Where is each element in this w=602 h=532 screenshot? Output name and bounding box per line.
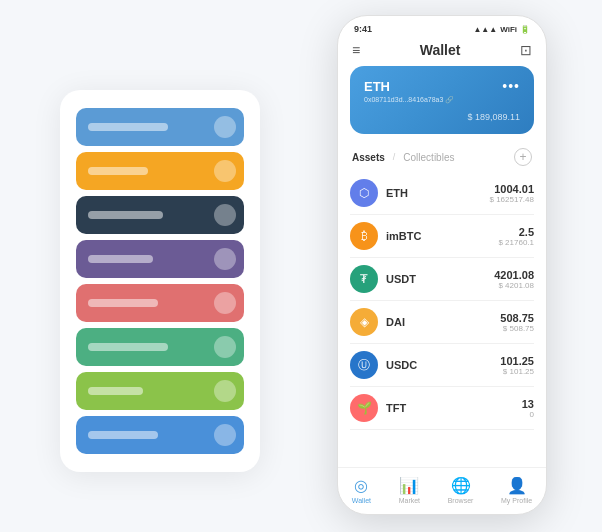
dai-values: 508.75 $ 508.75 xyxy=(500,312,534,333)
asset-row-tft[interactable]: 🌱 TFT 13 0 xyxy=(350,387,534,430)
eth-balance-label: $ 189,089.11 xyxy=(364,112,520,122)
tft-amount: 13 xyxy=(522,398,534,410)
imbtc-amount: 2.5 xyxy=(498,226,534,238)
usdc-name: USDC xyxy=(386,359,500,371)
asset-row-dai[interactable]: ◈ DAI 508.75 $ 508.75 xyxy=(350,301,534,344)
top-nav: ≡ Wallet ⊡ xyxy=(338,38,546,66)
card-item[interactable] xyxy=(76,416,244,454)
nav-wallet[interactable]: ◎ Wallet xyxy=(352,476,371,504)
profile-nav-icon: 👤 xyxy=(507,476,527,495)
eth-name: ETH xyxy=(386,187,490,199)
status-icons: ▲▲▲ WiFi 🔋 xyxy=(473,25,530,34)
eth-card-title: ETH xyxy=(364,79,390,94)
tft-usd: 0 xyxy=(522,410,534,419)
card-item[interactable] xyxy=(76,152,244,190)
card-item[interactable] xyxy=(76,328,244,366)
usdt-icon: ₮ xyxy=(350,265,378,293)
bottom-nav: ◎ Wallet 📊 Market 🌐 Browser 👤 My Profile xyxy=(338,467,546,514)
asset-row-imbtc[interactable]: ₿ imBTC 2.5 $ 21760.1 xyxy=(350,215,534,258)
imbtc-icon: ₿ xyxy=(350,222,378,250)
wallet-nav-label: Wallet xyxy=(352,497,371,504)
eth-card-menu[interactable]: ••• xyxy=(502,78,520,94)
status-time: 9:41 xyxy=(354,24,372,34)
eth-values: 1004.01 $ 162517.48 xyxy=(490,183,535,204)
card-item[interactable] xyxy=(76,108,244,146)
usdt-name: USDT xyxy=(386,273,494,285)
card-item[interactable] xyxy=(76,240,244,278)
usdc-amount: 101.25 xyxy=(500,355,534,367)
dai-icon: ◈ xyxy=(350,308,378,336)
usdc-icon: Ⓤ xyxy=(350,351,378,379)
asset-row-usdt[interactable]: ₮ USDT 4201.08 $ 4201.08 xyxy=(350,258,534,301)
wallet-nav-icon: ◎ xyxy=(354,476,368,495)
market-nav-label: Market xyxy=(399,497,420,504)
dai-amount: 508.75 xyxy=(500,312,534,324)
tab-divider: / xyxy=(393,152,396,162)
eth-card[interactable]: ETH ••• 0x08711d3d...8416a78a3 🔗 $ 189,0… xyxy=(350,66,534,134)
battery-icon: 🔋 xyxy=(520,25,530,34)
tab-assets[interactable]: Assets xyxy=(352,152,385,163)
eth-amount: 1004.01 xyxy=(490,183,535,195)
usdt-usd: $ 4201.08 xyxy=(494,281,534,290)
imbtc-values: 2.5 $ 21760.1 xyxy=(498,226,534,247)
phone-frame: 9:41 ▲▲▲ WiFi 🔋 ≡ Wallet ⊡ ETH ••• 0x087… xyxy=(337,15,547,515)
signal-icon: ▲▲▲ xyxy=(473,25,497,34)
dai-usd: $ 508.75 xyxy=(500,324,534,333)
nav-market[interactable]: 📊 Market xyxy=(399,476,420,504)
asset-row-usdc[interactable]: Ⓤ USDC 101.25 $ 101.25 xyxy=(350,344,534,387)
card-item[interactable] xyxy=(76,284,244,322)
assets-header: Assets / Collectibles + xyxy=(338,144,546,172)
tft-icon: 🌱 xyxy=(350,394,378,422)
tft-name: TFT xyxy=(386,402,522,414)
expand-icon[interactable]: ⊡ xyxy=(520,42,532,58)
browser-nav-label: Browser xyxy=(448,497,474,504)
eth-card-header: ETH ••• xyxy=(364,78,520,94)
market-nav-icon: 📊 xyxy=(399,476,419,495)
usdc-usd: $ 101.25 xyxy=(500,367,534,376)
nav-profile[interactable]: 👤 My Profile xyxy=(501,476,532,504)
asset-list: ⬡ ETH 1004.01 $ 162517.48 ₿ imBTC 2.5 $ … xyxy=(338,172,546,467)
tab-collectibles[interactable]: Collectibles xyxy=(403,152,454,163)
eth-usd: $ 162517.48 xyxy=(490,195,535,204)
page-title: Wallet xyxy=(420,42,461,58)
usdc-values: 101.25 $ 101.25 xyxy=(500,355,534,376)
card-stack xyxy=(60,90,260,472)
menu-icon[interactable]: ≡ xyxy=(352,42,360,58)
asset-row-eth[interactable]: ⬡ ETH 1004.01 $ 162517.48 xyxy=(350,172,534,215)
card-item[interactable] xyxy=(76,372,244,410)
imbtc-name: imBTC xyxy=(386,230,498,242)
profile-nav-label: My Profile xyxy=(501,497,532,504)
add-asset-button[interactable]: + xyxy=(514,148,532,166)
eth-icon: ⬡ xyxy=(350,179,378,207)
browser-nav-icon: 🌐 xyxy=(451,476,471,495)
wifi-icon: WiFi xyxy=(500,25,517,34)
status-bar: 9:41 ▲▲▲ WiFi 🔋 xyxy=(338,16,546,38)
usdt-amount: 4201.08 xyxy=(494,269,534,281)
imbtc-usd: $ 21760.1 xyxy=(498,238,534,247)
nav-browser[interactable]: 🌐 Browser xyxy=(448,476,474,504)
eth-address: 0x08711d3d...8416a78a3 🔗 xyxy=(364,96,520,104)
usdt-values: 4201.08 $ 4201.08 xyxy=(494,269,534,290)
card-item[interactable] xyxy=(76,196,244,234)
tft-values: 13 0 xyxy=(522,398,534,419)
assets-tabs: Assets / Collectibles xyxy=(352,152,454,163)
dai-name: DAI xyxy=(386,316,500,328)
